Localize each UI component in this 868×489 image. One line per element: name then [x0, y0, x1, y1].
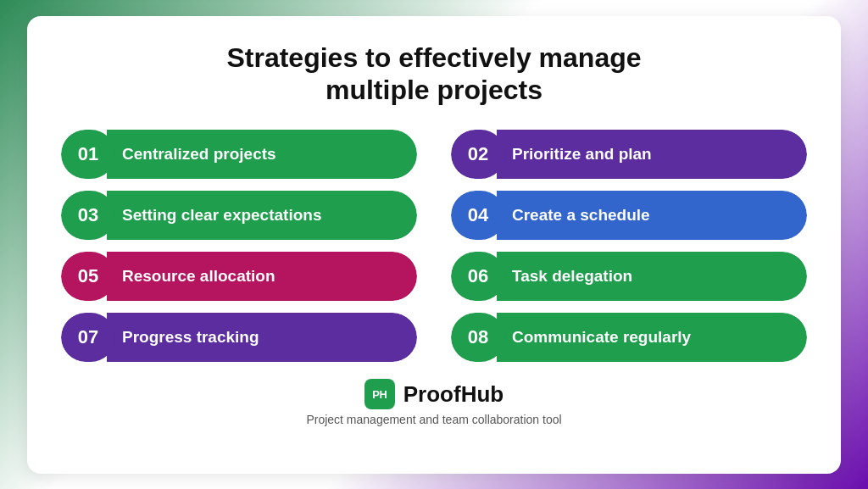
item-number-04: 04	[451, 191, 505, 240]
footer: PH ProofHub Project management and team …	[306, 379, 561, 426]
brand-container: PH ProofHub	[364, 379, 504, 409]
tagline: Project management and team collaboratio…	[306, 413, 561, 426]
item-number-06: 06	[451, 252, 505, 301]
item-number-05: 05	[61, 252, 115, 301]
item-number-01: 01	[61, 130, 115, 179]
item-number-08: 08	[451, 313, 505, 362]
strategies-grid: 01 Centralized projects 02 Prioritize an…	[61, 130, 807, 362]
proofhub-logo: PH	[364, 379, 395, 409]
strategy-item-08: 08 Communicate regularly	[451, 313, 807, 362]
item-number-03: 03	[61, 191, 115, 240]
item-label-02: Prioritize and plan	[497, 130, 807, 179]
strategy-item-03: 03 Setting clear expectations	[61, 191, 417, 240]
main-title: Strategies to effectively manage multipl…	[226, 42, 641, 107]
main-card: Strategies to effectively manage multipl…	[27, 16, 841, 474]
item-label-06: Task delegation	[497, 252, 807, 301]
strategy-item-02: 02 Prioritize and plan	[451, 130, 807, 179]
item-number-07: 07	[61, 313, 115, 362]
item-label-03: Setting clear expectations	[107, 191, 417, 240]
item-label-07: Progress tracking	[107, 313, 417, 362]
item-label-01: Centralized projects	[107, 130, 417, 179]
item-label-04: Create a schedule	[497, 191, 807, 240]
strategy-item-04: 04 Create a schedule	[451, 191, 807, 240]
brand-name: ProofHub	[403, 381, 504, 408]
item-label-05: Resource allocation	[107, 252, 417, 301]
item-number-02: 02	[451, 130, 505, 179]
strategy-item-05: 05 Resource allocation	[61, 252, 417, 301]
item-label-08: Communicate regularly	[497, 313, 807, 362]
strategy-item-01: 01 Centralized projects	[61, 130, 417, 179]
strategy-item-07: 07 Progress tracking	[61, 313, 417, 362]
strategy-item-06: 06 Task delegation	[451, 252, 807, 301]
